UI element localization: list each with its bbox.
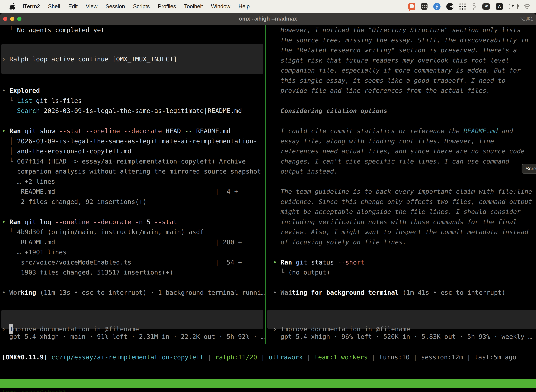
menu-app-name[interactable]: iTerm2 (23, 3, 40, 10)
right-pane-status-line: gpt-5.4 xhigh · 96% left · 520K in · 5.8… (281, 331, 536, 342)
meter-badge-icon[interactable]: ..61 (482, 3, 490, 10)
right-pane-transcript: However, I noticed the "Directory Struct… (273, 25, 536, 298)
tmux-status-bar: [omx-cczip0:bash* "MacBook-Pro-44.local"… (0, 379, 536, 388)
menu-item-session[interactable]: Session (105, 3, 125, 10)
active-pane-border (0, 344, 266, 344)
inject-prompt-icon: › (2, 56, 9, 63)
battery-icon[interactable] (509, 4, 518, 9)
wifi-icon[interactable] (524, 4, 531, 9)
window-shortcut-badge: ⌥⌘1 (519, 13, 533, 25)
desktop-screen: iTerm2 Shell Edit View Session Scripts P… (0, 0, 536, 392)
right-prompt-input[interactable]: › Improve documentation in @filename (267, 310, 536, 329)
menu-item-window[interactable]: Window (211, 3, 230, 10)
screen-notification-text: Scre (526, 166, 536, 172)
menu-item-toolbelt[interactable]: Toolbelt (184, 3, 203, 10)
window-title: omx --xhigh --madmax (0, 13, 536, 25)
meter-badge-label: ..61 (483, 5, 488, 8)
left-prompt-input[interactable]: › Improve documentation in @filename (1, 310, 263, 329)
dots-grid-icon[interactable] (459, 3, 466, 10)
window-title-bar: omx --xhigh --madmax ⌥⌘1 (0, 13, 536, 25)
menu-item-shell[interactable]: Shell (48, 3, 60, 10)
menu-item-view[interactable]: View (86, 3, 98, 10)
input-source-label: A (498, 4, 501, 9)
inactive-pane-border (266, 344, 536, 344)
tmux-session-label[interactable]: [omx-cczip0:bash* (2, 388, 67, 392)
dark-circle-logo-icon[interactable] (446, 3, 454, 10)
chat-app-icon[interactable] (408, 3, 415, 10)
menu-item-help[interactable]: Help (239, 3, 250, 10)
menu-item-profiles[interactable]: Profiles (158, 3, 176, 10)
input-source-icon[interactable]: A (496, 3, 503, 10)
omx-status-line: [OMX#0.11.9] cczip/essay/ai-reimplementa… (2, 352, 516, 362)
menu-bar: iTerm2 Shell Edit View Session Scripts P… (0, 0, 536, 13)
left-input-prompt-icon: › (2, 325, 9, 333)
apple-menu-icon[interactable] (10, 3, 15, 10)
blue-badge-icon[interactable] (433, 3, 440, 10)
menu-item-scripts[interactable]: Scripts (133, 3, 150, 10)
screen-notification-popup[interactable]: Scre (522, 164, 536, 173)
inject-banner-text: Ralph loop active continue [OMX_TMUX_INJ… (9, 56, 177, 63)
vault-grid-icon[interactable] (421, 3, 427, 10)
right-input-prompt-icon: › (273, 325, 281, 333)
ralph-inject-banner: › Ralph loop active continue [OMX_TMUX_I… (1, 44, 263, 74)
squiggle-icon[interactable] (472, 3, 476, 10)
menu-item-edit[interactable]: Edit (68, 3, 77, 10)
menu-bar-status-icons: ..61 A (408, 3, 536, 10)
tmux-pane-divider[interactable] (265, 25, 266, 344)
left-pane-status-line: gpt-5.4 xhigh · main · 91% left · 2.31M … (9, 331, 265, 342)
